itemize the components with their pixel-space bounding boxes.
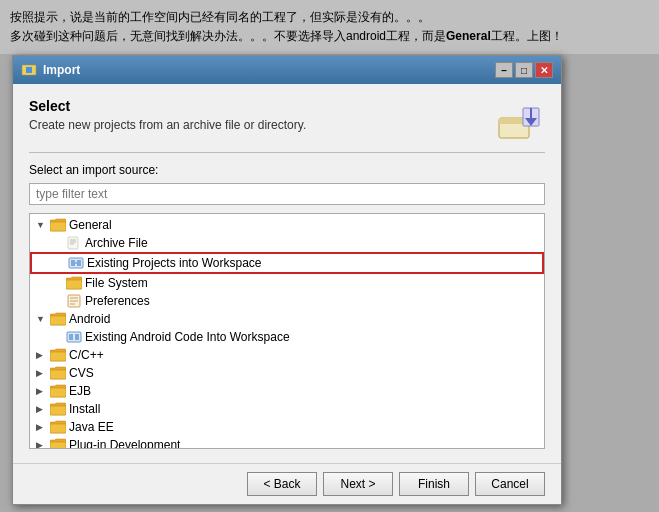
tree-container[interactable]: ▼ General Archive File Ex bbox=[29, 213, 545, 449]
bg-line1: 按照提示，说是当前的工作空间内已经有同名的工程了，但实际是没有的。。。 bbox=[10, 8, 649, 27]
expand-icon-javaee: ▶ bbox=[36, 422, 48, 432]
bg-line2: 多次碰到这种问题后，无意间找到解决办法。。。不要选择导入android工程，而是… bbox=[10, 27, 649, 46]
svg-rect-25 bbox=[50, 370, 66, 379]
tree-item-filesystem[interactable]: File System bbox=[30, 274, 544, 292]
finish-button[interactable]: Finish bbox=[399, 472, 469, 496]
tree-item-preferences[interactable]: Preferences bbox=[30, 292, 544, 310]
projects-icon-existing bbox=[68, 256, 84, 270]
section-desc: Create new projects from an archive file… bbox=[29, 118, 306, 132]
tree-item-archive[interactable]: Archive File bbox=[30, 234, 544, 252]
tree-item-general[interactable]: ▼ General bbox=[30, 216, 544, 234]
folder-icon-cpp bbox=[50, 348, 66, 362]
section-divider bbox=[29, 152, 545, 153]
svg-rect-7 bbox=[50, 222, 66, 231]
dialog-icon bbox=[21, 62, 37, 78]
folder-icon-android bbox=[50, 312, 66, 326]
svg-rect-15 bbox=[66, 280, 82, 289]
expand-icon-android: ▼ bbox=[36, 314, 48, 324]
svg-rect-20 bbox=[50, 316, 66, 325]
svg-rect-23 bbox=[75, 334, 79, 340]
folder-icon-ejb bbox=[50, 384, 66, 398]
svg-rect-13 bbox=[71, 260, 75, 266]
cancel-button[interactable]: Cancel bbox=[475, 472, 545, 496]
folder-icon-general bbox=[50, 218, 66, 232]
expand-icon-general: ▼ bbox=[36, 220, 48, 230]
expand-icon-install: ▶ bbox=[36, 404, 48, 414]
projects-icon-android bbox=[66, 330, 82, 344]
section-title: Select bbox=[29, 98, 306, 114]
expand-icon-cpp: ▶ bbox=[36, 350, 48, 360]
svg-rect-8 bbox=[68, 237, 78, 249]
tree-label-plugin: Plug-in Development bbox=[69, 438, 180, 449]
background-text: 按照提示，说是当前的工作空间内已经有同名的工程了，但实际是没有的。。。 多次碰到… bbox=[0, 0, 659, 54]
tree-label-ejb: EJB bbox=[69, 384, 91, 398]
tree-item-existing-projects[interactable]: Existing Projects into Workspace bbox=[30, 252, 544, 274]
tree-label-cpp: C/C++ bbox=[69, 348, 104, 362]
svg-rect-14 bbox=[77, 260, 81, 266]
tree-label-existing-android: Existing Android Code Into Workspace bbox=[85, 330, 290, 344]
tree-label-filesystem: File System bbox=[85, 276, 148, 290]
tree-label-archive: Archive File bbox=[85, 236, 148, 250]
tree-label-cvs: CVS bbox=[69, 366, 94, 380]
folder-icon-plugin bbox=[50, 438, 66, 449]
dialog-title: Import bbox=[43, 63, 80, 77]
svg-rect-27 bbox=[50, 406, 66, 415]
tree-item-existing-android[interactable]: Existing Android Code Into Workspace bbox=[30, 328, 544, 346]
tree-item-javaee[interactable]: ▶ Java EE bbox=[30, 418, 544, 436]
dialog-footer: < Back Next > Finish Cancel bbox=[13, 463, 561, 504]
expand-icon-ejb: ▶ bbox=[36, 386, 48, 396]
svg-rect-28 bbox=[50, 424, 66, 433]
title-bar: Import – □ ✕ bbox=[13, 56, 561, 84]
maximize-button[interactable]: □ bbox=[515, 62, 533, 78]
folder-icon-filesystem bbox=[66, 276, 82, 290]
import-dialog: Import – □ ✕ Select Create new projects … bbox=[12, 55, 562, 505]
title-controls: – □ ✕ bbox=[495, 62, 553, 78]
dialog-content: Select Create new projects from an archi… bbox=[13, 84, 561, 463]
back-button[interactable]: < Back bbox=[247, 472, 317, 496]
filter-input[interactable] bbox=[29, 183, 545, 205]
title-bar-left: Import bbox=[21, 62, 80, 78]
expand-icon-cvs: ▶ bbox=[36, 368, 48, 378]
folder-icon-install bbox=[50, 402, 66, 416]
svg-rect-29 bbox=[50, 442, 66, 449]
tree-item-install[interactable]: ▶ Install bbox=[30, 400, 544, 418]
import-icon bbox=[497, 102, 545, 140]
folder-icon-cvs bbox=[50, 366, 66, 380]
tree-label-android: Android bbox=[69, 312, 110, 326]
svg-rect-24 bbox=[50, 352, 66, 361]
prefs-icon bbox=[66, 294, 82, 308]
file-icon-archive bbox=[66, 236, 82, 250]
next-button[interactable]: Next > bbox=[323, 472, 393, 496]
svg-rect-1 bbox=[26, 67, 32, 73]
tree-label-general: General bbox=[69, 218, 112, 232]
tree-item-cvs[interactable]: ▶ CVS bbox=[30, 364, 544, 382]
source-label: Select an import source: bbox=[29, 163, 545, 177]
svg-rect-26 bbox=[50, 388, 66, 397]
close-button[interactable]: ✕ bbox=[535, 62, 553, 78]
tree-item-ejb[interactable]: ▶ EJB bbox=[30, 382, 544, 400]
tree-label-install: Install bbox=[69, 402, 100, 416]
minimize-button[interactable]: – bbox=[495, 62, 513, 78]
tree-label-javaee: Java EE bbox=[69, 420, 114, 434]
tree-item-android[interactable]: ▼ Android bbox=[30, 310, 544, 328]
svg-rect-22 bbox=[69, 334, 73, 340]
folder-icon-javaee bbox=[50, 420, 66, 434]
tree-item-cpp[interactable]: ▶ C/C++ bbox=[30, 346, 544, 364]
tree-item-plugin[interactable]: ▶ Plug-in Development bbox=[30, 436, 544, 449]
expand-icon-plugin: ▶ bbox=[36, 440, 48, 449]
tree-label-preferences: Preferences bbox=[85, 294, 150, 308]
tree-label-existing-projects: Existing Projects into Workspace bbox=[87, 256, 262, 270]
